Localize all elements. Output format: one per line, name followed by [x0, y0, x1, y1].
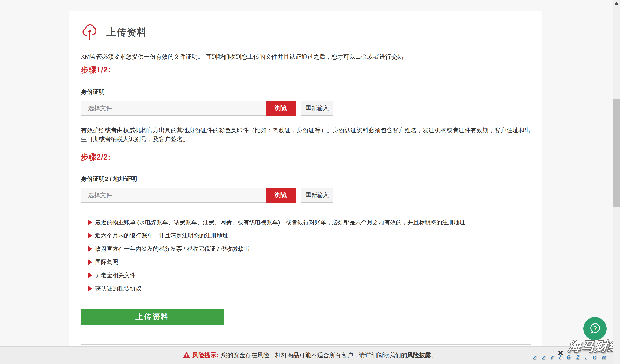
- step1-file-input[interactable]: [81, 101, 266, 116]
- upload-card: 上传资料 XM监管必须要求您提供一份有效的文件证明。 直到我们收到您上传的文件并…: [69, 11, 542, 347]
- step1-browse-button[interactable]: 浏览: [266, 101, 296, 116]
- red-right-triangle-icon: [88, 220, 92, 225]
- help-button[interactable]: ?: [583, 317, 606, 340]
- step2-browse-button[interactable]: 浏览: [266, 188, 296, 203]
- step2-reset-button[interactable]: 重新输入: [301, 188, 333, 203]
- list-item-text: 最近的物业账单 (水电煤账单、话费账单、油费、网费、或有线电视账单)，或者银行对…: [95, 218, 471, 226]
- upload-submit-button[interactable]: 上传资料: [81, 309, 224, 324]
- step1-heading: 步骤1/2:: [81, 65, 111, 75]
- svg-text:?: ?: [593, 325, 597, 331]
- scrollbar-thumb[interactable]: [613, 99, 620, 207]
- warning-triangle-icon: [183, 352, 190, 360]
- step2-heading: 步骤2/2:: [81, 152, 111, 162]
- scrollbar-track[interactable]: [613, 0, 620, 364]
- list-item: 近六个月内的银行账单，并且清楚注明您的注册地址: [88, 229, 471, 242]
- red-right-triangle-icon: [88, 286, 92, 291]
- risk-warning-text: 您的资金存在风险。杠杆商品可能不适合所有客户。请详细阅读我们的: [221, 351, 407, 360]
- step2-file-input[interactable]: [81, 188, 266, 203]
- red-right-triangle-icon: [88, 273, 92, 278]
- red-right-triangle-icon: [88, 259, 92, 265]
- list-item: 国际驾照: [88, 256, 471, 269]
- divider: [81, 344, 531, 345]
- close-icon[interactable]: ×: [558, 348, 563, 358]
- step1-reset-button[interactable]: 重新输入: [301, 101, 333, 116]
- step2-file-row: 浏览 重新输入: [81, 188, 333, 203]
- list-item: 获认证的租赁协议: [88, 282, 471, 295]
- help-bubble-icon: ?: [588, 322, 602, 336]
- scrollbar-up-arrow-icon[interactable]: [614, 2, 619, 5]
- risk-disclosure-link[interactable]: 风险披露: [407, 351, 431, 360]
- step1-doc-label: 身份证明: [81, 88, 105, 96]
- accepted-documents-list: 最近的物业账单 (水电煤账单、话费账单、油费、网费、或有线电视账单)，或者银行对…: [88, 216, 471, 295]
- list-item: 养老金相关文件: [88, 269, 471, 282]
- risk-warning-suffix: 。: [431, 351, 437, 360]
- risk-warning-label: 风险提示:: [192, 351, 218, 360]
- intro-text: XM监管必须要求您提供一份有效的文件证明。 直到我们收到您上传的文件并且认证通过…: [81, 52, 531, 61]
- step1-file-row: 浏览 重新输入: [81, 101, 333, 116]
- list-item-text: 近六个月内的银行账单，并且清楚注明您的注册地址: [95, 232, 228, 240]
- list-item-text: 国际驾照: [95, 258, 118, 266]
- list-item: 最近的物业账单 (水电煤账单、话费账单、油费、网费、或有线电视账单)，或者银行对…: [88, 216, 471, 229]
- card-header: 上传资料: [82, 23, 147, 42]
- list-item-text: 获认证的租赁协议: [95, 285, 141, 292]
- step2-doc-label: 身份证明2 / 地址证明: [81, 175, 137, 183]
- cloud-upload-icon: [82, 23, 96, 42]
- page-title: 上传资料: [107, 26, 147, 39]
- red-right-triangle-icon: [88, 246, 92, 252]
- step1-description: 有效护照或者由权威机构官方出具的其他身份证件的彩色复印件（比如：驾驶证，身份证等…: [81, 126, 531, 144]
- risk-warning-bar: 风险提示: 您的资金存在风险。杠杆商品可能不适合所有客户。请详细阅读我们的 风险…: [0, 347, 620, 364]
- list-item-text: 养老金相关文件: [95, 271, 136, 279]
- red-right-triangle-icon: [88, 233, 92, 239]
- list-item-text: 政府官方在一年内签发的税务发票 / 税收完税证 / 税收缴款书: [95, 245, 249, 253]
- list-item: 政府官方在一年内签发的税务发票 / 税收完税证 / 税收缴款书: [88, 242, 471, 256]
